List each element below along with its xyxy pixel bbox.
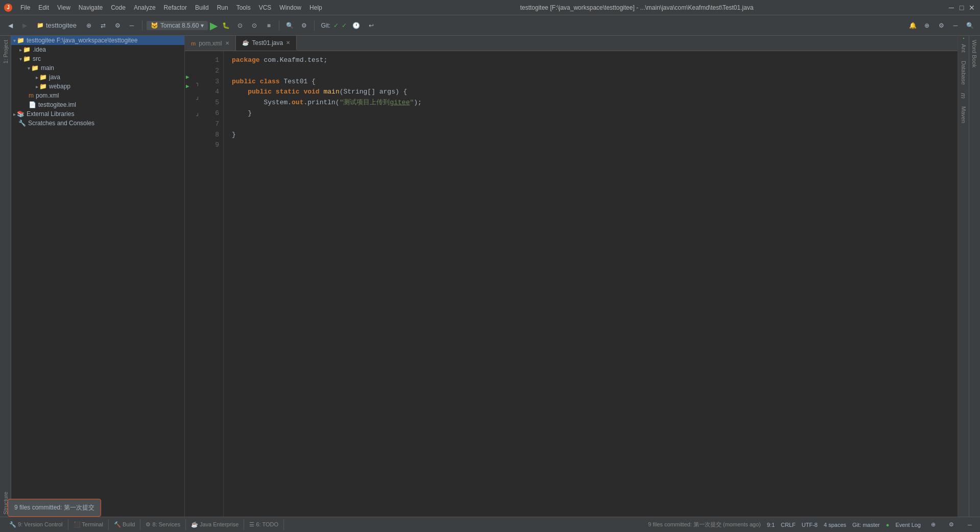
build-tab[interactable]: 🔨 Build <box>109 519 141 530</box>
project-strip-label[interactable]: 1: Project <box>3 38 9 65</box>
collapse-icon[interactable]: ─ <box>126 19 138 32</box>
toolbar-settings-icon[interactable]: ⚙ <box>935 19 947 32</box>
profile-button[interactable]: ⊙ <box>248 19 260 32</box>
window-title: testtogitee [F:\java_workspace\testtogit… <box>326 4 947 11</box>
separator-2 <box>279 20 279 31</box>
fold-marker-8[interactable]: ┘ <box>196 112 202 121</box>
search-everywhere-button[interactable]: 🔍 <box>283 19 296 32</box>
menu-tools[interactable]: Tools <box>232 2 255 13</box>
add-tab-icon[interactable]: ⊕ <box>921 19 933 32</box>
tree-root[interactable]: ▾ 📁 testtogitee F:\java_workspace\testto… <box>11 36 184 45</box>
line-numbers: 1 2 3 4 5 6 7 8 9 <box>203 51 224 517</box>
menu-view[interactable]: View <box>53 2 75 13</box>
far-right-strip: Word Book <box>969 36 980 517</box>
minimize-button[interactable]: ─ <box>947 4 955 12</box>
menu-navigate[interactable]: Navigate <box>75 2 107 13</box>
menu-analyze[interactable]: Analyze <box>130 2 160 13</box>
scratches-consoles[interactable]: 🔧 Scratches and Consoles <box>11 119 184 128</box>
git-commit-icon[interactable]: ✓ <box>342 22 347 29</box>
back-button[interactable]: ◀ <box>4 19 16 32</box>
code-editor[interactable]: ▶ ▶ ┐ ┘ ┘ <box>185 51 958 517</box>
fold-marker-4[interactable]: ┐ <box>196 80 202 88</box>
main-label: main <box>41 64 54 72</box>
run-button[interactable]: ▶ <box>210 19 218 32</box>
sync-icon[interactable]: ⇄ <box>97 19 109 32</box>
menu-file[interactable]: File <box>16 2 34 13</box>
ant-panel-label[interactable]: Ant <box>961 40 967 57</box>
status-commit-text: 9 files committed: 第一次提交 (moments ago) <box>648 521 761 528</box>
folder-icon-src: 📁 <box>23 55 31 62</box>
git-rollback-icon[interactable]: ↩ <box>365 19 377 32</box>
idea-folder[interactable]: ▸ 📁 .idea <box>11 45 184 54</box>
run-gutter-3[interactable]: ▶ <box>186 73 194 82</box>
run-gutter-4[interactable]: ▶ <box>186 82 194 91</box>
todo-tab[interactable]: ☰ 6: TODO <box>244 519 284 530</box>
add-icon[interactable]: ⊕ <box>83 19 95 32</box>
settings-main-button[interactable]: ⚙ <box>298 19 310 32</box>
git-history-icon[interactable]: 🕐 <box>350 19 362 32</box>
java-enterprise-tab[interactable]: ☕ Java Enterprise <box>186 519 244 530</box>
left-panel-strip: 1: Project Structure <box>0 36 11 517</box>
settings-icon[interactable]: ⚙ <box>111 19 124 32</box>
maximize-button[interactable]: □ <box>958 4 966 12</box>
src-folder[interactable]: ▾ 📁 src <box>11 54 184 63</box>
run-config-selector[interactable]: 🐱 Tomcat 8.5.60 ▾ <box>147 21 208 30</box>
menu-code[interactable]: Code <box>107 2 130 13</box>
terminal-tab[interactable]: ⬛ Terminal <box>68 519 109 530</box>
git-check-icon[interactable]: ✓ <box>333 22 339 29</box>
tab-pom-label: pom.xml <box>199 40 222 47</box>
fold-marker-6[interactable]: ┘ <box>196 96 202 104</box>
notification-icon[interactable]: 🔔 <box>906 19 919 32</box>
menu-refactor[interactable]: Refactor <box>160 2 191 13</box>
menu-edit[interactable]: Edit <box>34 2 53 13</box>
status-settings-icon[interactable]: ⚙ <box>945 519 958 531</box>
services-tab[interactable]: ⚙ 8: Services <box>140 519 185 530</box>
debug-button[interactable]: 🐛 <box>220 19 232 32</box>
menu-vcs[interactable]: VCS <box>255 2 276 13</box>
menu-build[interactable]: Build <box>191 2 213 13</box>
line-ending: CRLF <box>781 522 796 528</box>
java-folder[interactable]: ▸ 📁 java <box>11 73 184 82</box>
git-label: Git: <box>321 22 330 29</box>
search-bar-icon[interactable]: 🔍 <box>964 19 976 32</box>
stop-button[interactable]: ■ <box>262 19 275 32</box>
webapp-folder[interactable]: ▸ 📁 webapp <box>11 82 184 91</box>
charset: UTF-8 <box>802 522 818 528</box>
commit-popup: 9 files committed: 第一次提交 <box>8 499 101 517</box>
wordbook-label[interactable]: Word Book <box>969 36 980 72</box>
folder-icon-webapp: 📁 <box>39 83 47 90</box>
event-log-icon: ● <box>886 522 890 528</box>
folder-icon-main: 📁 <box>31 64 39 72</box>
close-button[interactable]: ✕ <box>968 4 976 12</box>
pom-xml-file[interactable]: m pom.xml <box>11 91 184 100</box>
maven-panel-label[interactable]: m <box>960 89 967 103</box>
code-content[interactable]: package com.Keafmd.test; public class Te… <box>224 51 958 517</box>
coverage-button[interactable]: ⊙ <box>234 19 246 32</box>
status-add-icon[interactable]: ⊕ <box>927 519 939 531</box>
iml-icon: 📄 <box>29 101 36 108</box>
forward-button[interactable]: ▶ <box>18 19 31 32</box>
expand-arrow: ▾ <box>13 38 16 43</box>
expand-arrow-idea: ▸ <box>19 47 22 53</box>
menu-window[interactable]: Window <box>275 2 305 13</box>
tab-test01-close[interactable]: ✕ <box>286 40 290 45</box>
expand-arrow-main: ▾ <box>28 65 30 71</box>
scratches-label: Scratches and Consoles <box>28 120 94 127</box>
menu-run[interactable]: Run <box>213 2 232 13</box>
database-panel-label[interactable]: Database <box>961 57 967 89</box>
main-folder[interactable]: ▾ 📁 main <box>11 63 184 73</box>
menu-help[interactable]: Help <box>305 2 326 13</box>
toolbar-minimize-icon[interactable]: ─ <box>949 19 962 32</box>
tab-test01-java[interactable]: ☕ Test01.java ✕ <box>236 36 297 51</box>
version-control-tab[interactable]: 🔧 9: Version Control <box>4 519 68 530</box>
webapp-label: webapp <box>49 83 70 90</box>
status-minimize-icon[interactable]: ─ <box>964 519 976 531</box>
dropdown-icon: ▾ <box>201 22 204 29</box>
iml-file[interactable]: 📄 testtogitee.iml <box>11 100 184 109</box>
tab-java-icon: ☕ <box>242 39 249 46</box>
maven-text-label[interactable]: Maven <box>961 102 967 127</box>
tab-pom-xml[interactable]: m pom.xml ✕ <box>185 36 236 51</box>
external-libraries[interactable]: ▸ 📚 External Libraries <box>11 109 184 119</box>
tab-pom-close[interactable]: ✕ <box>225 40 229 46</box>
event-log-label[interactable]: Event Log <box>895 522 921 528</box>
